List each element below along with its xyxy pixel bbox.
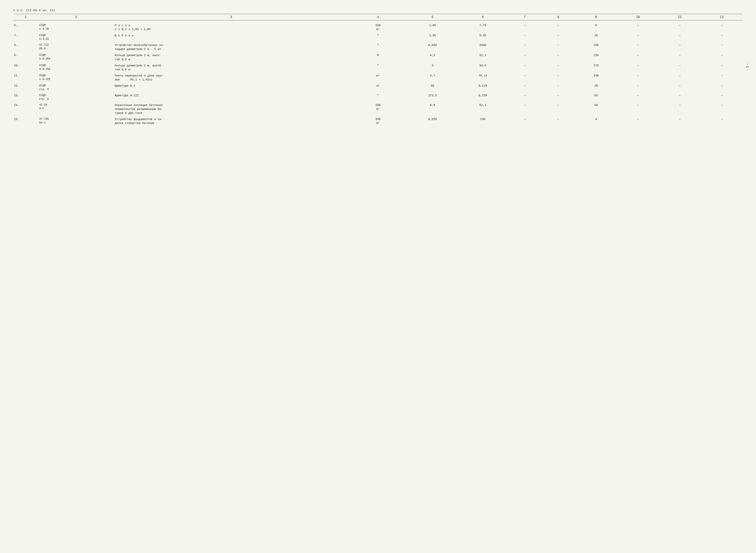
- row-col8: –: [542, 92, 575, 102]
- table-row: 7. ССЦМ п.4-33 Щ е б е н ь " 1,05 9,49 –…: [13, 32, 743, 42]
- row-col10: –: [617, 73, 659, 83]
- row-col11: –: [659, 32, 701, 42]
- row-col6: 2040: [458, 42, 508, 52]
- row-col11: –: [659, 83, 701, 92]
- row-col12: –: [701, 32, 743, 42]
- table-row: 6. ССЦМ п.4-20 П е с о к 2 х 0,5 х 1,05 …: [13, 20, 743, 32]
- row-num: I5.: [13, 116, 38, 126]
- row-col10: –: [617, 32, 659, 42]
- row-col6: 52,1: [458, 52, 508, 62]
- col-header-11: II: [659, 14, 701, 20]
- col-header-12: I2: [701, 14, 743, 20]
- row-col5: 89: [407, 83, 458, 92]
- row-unit: ": [349, 32, 407, 42]
- row-col6: 70,14: [458, 73, 508, 83]
- row-unit: ": [349, 92, 407, 102]
- row-col5: 4,7: [407, 73, 458, 83]
- row-unit: I00 м²: [349, 102, 407, 116]
- row-desc: Кольца диаметром 2 м, высо- той 0,9 м: [114, 52, 349, 62]
- row-desc: Щ е б е н ь: [114, 32, 349, 42]
- row-num: 7.: [13, 32, 38, 42]
- row-col9: 8: [575, 20, 617, 32]
- row-col10: –: [617, 42, 659, 52]
- main-table-wrapper: I 2 3 4 5 6 7 8 9 IO II I2 6. ССЦМ п.4-2…: [13, 14, 743, 127]
- col-header-4: 4: [349, 14, 407, 20]
- row-col8: –: [542, 52, 575, 62]
- row-col6: 0,229: [458, 83, 508, 92]
- row-code: ССЦМ стр. 8: [38, 92, 114, 102]
- row-col9: 330: [575, 73, 617, 83]
- row-desc: Арматура А-III: [114, 92, 349, 102]
- row-col8: –: [542, 32, 575, 42]
- row-col7: –: [508, 52, 542, 62]
- row-col7: –: [508, 92, 542, 102]
- row-unit: кг: [349, 83, 407, 92]
- row-desc: Окрасочная изоляция бетонних поверхносте…: [114, 102, 349, 116]
- col-header-3: 3: [114, 14, 349, 20]
- row-col7: –: [508, 62, 542, 73]
- row-col5: 4,5: [407, 52, 458, 62]
- row-col12: –: [701, 52, 743, 62]
- row-code: ССЦМ п.9-250: [38, 62, 114, 73]
- row-col8: –: [542, 73, 575, 83]
- row-unit: 100 м³: [349, 20, 407, 32]
- row-num: 9.: [13, 52, 38, 62]
- row-code: ССЦМ стр. 8: [38, 83, 114, 92]
- row-col11: –: [659, 92, 701, 102]
- row-col9: I70: [575, 62, 617, 73]
- row-col9: 50: [575, 102, 617, 116]
- row-code: ССЦМ п.4-33: [38, 32, 114, 42]
- row-num: 6.: [13, 20, 38, 32]
- row-col5: 1,05: [407, 32, 458, 42]
- row-col9: 93: [575, 92, 617, 102]
- row-col12: –: [701, 102, 743, 116]
- table-row: I5. 37-705 64-I Устройство фундаментов и…: [13, 116, 743, 126]
- row-code: 37-705 64-I: [38, 116, 114, 126]
- table-row: I4. 4I-28 4-5 Окрасочная изоляция бетонн…: [13, 102, 743, 116]
- row-col10: –: [617, 83, 659, 92]
- col-header-5: 5: [407, 14, 458, 20]
- row-unit: м³: [349, 73, 407, 83]
- row-col11: –: [659, 102, 701, 116]
- row-desc: Устройство фундаментов и за- делка отвер…: [114, 116, 349, 126]
- table-row: I2. ССЦМ стр. 8 Арматура А-I кг 89 0,229…: [13, 83, 743, 92]
- row-unit: М: [349, 52, 407, 62]
- row-code: ССЦМ п.4-20: [38, 20, 114, 32]
- row-col5: 0,0I8: [407, 116, 458, 126]
- row-col6: 56,6: [458, 62, 508, 73]
- row-col9: IO: [575, 32, 617, 42]
- row-col12: –: [701, 42, 743, 52]
- row-unit: ": [349, 62, 407, 73]
- row-col10: –: [617, 116, 659, 126]
- row-col7: –: [508, 32, 542, 42]
- row-num: I3.: [13, 92, 38, 102]
- col-header-10: IO: [617, 14, 659, 20]
- row-col11: –: [659, 62, 701, 73]
- row-col8: –: [542, 83, 575, 92]
- row-col6: 246: [458, 116, 508, 126]
- row-col12: –: [701, 83, 743, 92]
- row-col12: –– 47 –: [701, 62, 743, 73]
- row-col11: –: [659, 73, 701, 83]
- row-col6: 62,1: [458, 102, 508, 116]
- row-col7: –: [508, 20, 542, 32]
- row-col12: –: [701, 92, 743, 102]
- row-col7: –: [508, 73, 542, 83]
- row-num: IO.: [13, 62, 38, 73]
- row-col10: –: [617, 92, 659, 102]
- row-code: ССЦМ п.9-258: [38, 52, 114, 62]
- row-col5: 0,8: [407, 102, 458, 116]
- row-unit: ": [349, 42, 407, 52]
- table-row: 9. ССЦМ п.9-258 Кольца диаметром 2 м, вы…: [13, 52, 743, 62]
- row-col9: 234: [575, 52, 617, 62]
- row-col11: –: [659, 116, 701, 126]
- row-col6: 9,49: [458, 32, 508, 42]
- row-col12: –: [701, 73, 743, 83]
- table-row: IO. ССЦМ п.9-250 Кольца диаметром 2 м, в…: [13, 62, 743, 73]
- row-col12: –: [701, 20, 743, 32]
- row-col5: 3: [407, 62, 458, 73]
- row-unit: I00 м³: [349, 116, 407, 126]
- row-col9: I88: [575, 42, 617, 52]
- row-col8: –: [542, 102, 575, 116]
- row-code: ССЦМ п.9-225: [38, 73, 114, 83]
